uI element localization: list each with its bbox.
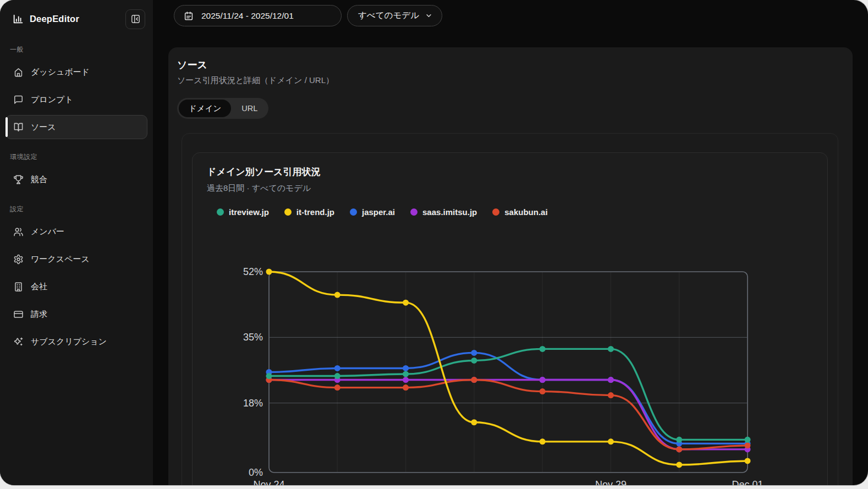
sources-section-card: ドメイン別ソース引用状況 過去8日間 · すべてのモデル itreview.jp… xyxy=(182,133,838,485)
sidebar-item-workspace[interactable]: ワークスペース xyxy=(6,247,147,271)
sidebar-item-sources[interactable]: ソース xyxy=(6,115,147,139)
panel-left-close-icon xyxy=(130,14,141,24)
date-range-picker[interactable]: 2025/11/24 - 2025/12/01 xyxy=(174,5,342,26)
book-open-icon xyxy=(13,122,24,133)
svg-text:18%: 18% xyxy=(243,398,263,409)
legend-item[interactable]: saas.imitsu.jp xyxy=(410,207,477,217)
section-label-general: 一般 xyxy=(10,45,143,54)
sidebar-item-label: ワークスペース xyxy=(31,254,90,265)
building-icon xyxy=(13,282,24,292)
chart-title: ドメイン別ソース引用状況 xyxy=(207,166,827,178)
app-window: DeepEditor 一般 ダッシュボード プロンプト ソース xyxy=(0,0,868,485)
sidebar-header: DeepEditor xyxy=(0,0,153,32)
domain-citation-chart-card: ドメイン別ソース引用状況 過去8日間 · すべてのモデル itreview.jp… xyxy=(192,152,828,485)
home-icon xyxy=(13,67,24,78)
svg-text:52%: 52% xyxy=(243,266,263,277)
svg-text:Nov 24: Nov 24 xyxy=(253,479,284,485)
legend-dot xyxy=(350,208,357,216)
sidebar-item-prompts[interactable]: プロンプト xyxy=(6,87,147,112)
legend-label: sakubun.ai xyxy=(504,207,547,217)
page-title: ソース xyxy=(177,58,844,72)
sidebar-item-company[interactable]: 会社 xyxy=(6,274,147,299)
svg-text:35%: 35% xyxy=(243,332,263,343)
legend-dot xyxy=(492,208,499,216)
sidebar-item-label: 会社 xyxy=(31,282,47,292)
sidebar-item-label: メンバー xyxy=(31,227,64,237)
sidebar-item-label: ダッシュボード xyxy=(31,67,90,78)
legend-label: itreview.jp xyxy=(229,207,269,217)
legend-label: saas.imitsu.jp xyxy=(422,207,477,217)
page-subtitle: ソース引用状況と詳細（ドメイン / URL） xyxy=(177,75,844,86)
svg-text:Dec 01: Dec 01 xyxy=(732,479,763,485)
legend-item[interactable]: itreview.jp xyxy=(217,207,269,217)
svg-text:0%: 0% xyxy=(249,467,263,478)
chart-subtitle: 過去8日間 · すべてのモデル xyxy=(207,183,827,194)
trophy-icon xyxy=(13,174,24,185)
sidebar-item-dashboard[interactable]: ダッシュボード xyxy=(6,60,147,84)
main-panel: ソース ソース引用状況と詳細（ドメイン / URL） ドメイン URL ドメイン… xyxy=(168,47,853,485)
sidebar-item-label: サブスクリプション xyxy=(31,337,107,347)
sidebar-item-billing[interactable]: 請求 xyxy=(6,302,147,326)
model-select-value: すべてのモデル xyxy=(358,10,419,21)
tab-url[interactable]: URL xyxy=(232,100,267,117)
sidebar-collapse-button[interactable] xyxy=(125,9,145,29)
gear-icon xyxy=(13,254,24,265)
legend-item[interactable]: it-trend.jp xyxy=(284,207,334,217)
svg-text:Nov 29: Nov 29 xyxy=(595,479,627,485)
section-label-settings: 設定 xyxy=(10,205,143,214)
tab-domain[interactable]: ドメイン xyxy=(179,100,231,117)
sidebar-item-label: 競合 xyxy=(31,174,47,185)
topbar: 2025/11/24 - 2025/12/01 すべてのモデル xyxy=(174,5,442,26)
legend-item[interactable]: jasper.ai xyxy=(350,207,395,217)
legend-label: jasper.ai xyxy=(362,207,395,217)
citation-line-chart: 0%18%35%52%Nov 24Nov 29Dec 01 xyxy=(207,222,817,485)
legend-dot xyxy=(410,208,417,216)
legend-item[interactable]: sakubun.ai xyxy=(492,207,547,217)
sidebar-item-subscription[interactable]: サブスクリプション xyxy=(6,329,147,354)
sparkles-icon xyxy=(13,337,24,347)
section-label-environment: 環境設定 xyxy=(10,152,143,162)
sidebar: DeepEditor 一般 ダッシュボード プロンプト ソース xyxy=(0,0,153,485)
sidebar-item-members[interactable]: メンバー xyxy=(6,219,147,244)
legend-dot xyxy=(217,208,224,216)
legend-label: it-trend.jp xyxy=(296,207,334,217)
sidebar-item-label: プロンプト xyxy=(31,95,73,105)
credit-card-icon xyxy=(13,309,24,320)
message-icon xyxy=(13,95,24,105)
model-select-dropdown[interactable]: すべてのモデル xyxy=(347,5,442,26)
calendar-icon xyxy=(184,11,194,21)
bar-chart-logo-icon xyxy=(12,13,24,25)
date-range-value: 2025/11/24 - 2025/12/01 xyxy=(201,11,294,21)
users-icon xyxy=(13,227,24,237)
chevron-down-icon xyxy=(425,12,433,20)
legend-dot xyxy=(284,208,292,216)
sidebar-item-label: ソース xyxy=(31,122,56,133)
app-name: DeepEditor xyxy=(30,14,79,24)
chart-legend: itreview.jp it-trend.jp jasper.ai saas.i… xyxy=(217,207,827,217)
sidebar-item-competitors[interactable]: 競合 xyxy=(6,167,147,191)
sidebar-item-label: 請求 xyxy=(31,309,47,320)
domain-url-toggle: ドメイン URL xyxy=(177,98,268,119)
